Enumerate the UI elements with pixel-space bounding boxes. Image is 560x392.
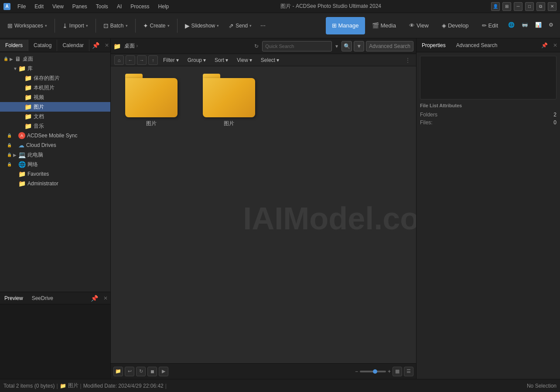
batch-btn[interactable]: ⊡ Batch ▾: [99, 18, 132, 34]
tab-seedrive[interactable]: SeeDrive: [27, 293, 58, 303]
create-btn[interactable]: ✦ Create ▾: [139, 18, 174, 34]
sync-icon: A: [18, 132, 25, 139]
sidebar-pin-icon[interactable]: 📌: [89, 40, 102, 51]
menu-view[interactable]: View: [51, 3, 65, 10]
tab-manage[interactable]: ⊞ Manage: [326, 17, 365, 34]
right-panel-pin-icon[interactable]: 📌: [539, 41, 550, 50]
menu-panes[interactable]: Panes: [71, 3, 89, 10]
tree-item-favorites[interactable]: ▶ 📁 Favorites: [0, 169, 110, 179]
tree-item-documents[interactable]: ▶ 📁 文档: [0, 112, 110, 121]
tree-item-saved-pics[interactable]: ▶ 📁 保存的图片: [0, 73, 110, 83]
tree-item-this-pc[interactable]: 🔒 ▶ 💻 此电脑: [0, 150, 110, 160]
lock-icon: 🔒: [7, 143, 12, 147]
tab-folders[interactable]: Folders: [0, 40, 28, 51]
group-dropdown-btn[interactable]: Group ▾: [184, 56, 209, 64]
menu-help[interactable]: Help: [157, 3, 171, 10]
user-icon-btn[interactable]: 👤: [491, 2, 500, 11]
zoom-minus-btn[interactable]: −: [355, 368, 358, 375]
search-filter-btn[interactable]: ▼: [354, 41, 364, 51]
toolbar-divider-2: [96, 19, 96, 33]
menu-ai[interactable]: AI: [115, 3, 123, 10]
tree-item-administrator[interactable]: ▶ 📁 Administrator: [0, 179, 110, 188]
file-item-2[interactable]: 图片: [192, 70, 266, 131]
maximize-btn[interactable]: □: [525, 2, 534, 11]
nav-up-btn[interactable]: ↑: [148, 55, 158, 65]
import-icon: ⤓: [62, 22, 68, 29]
nav-back-btn[interactable]: ←: [126, 55, 135, 65]
tree-item-cloud-drives[interactable]: 🔒 ▶ ☁ Cloud Drives: [0, 140, 110, 150]
filter-dropdown-btn[interactable]: Filter ▾: [160, 56, 182, 64]
right-panel-close-btn[interactable]: ✕: [550, 41, 560, 50]
tab-preview[interactable]: Preview: [0, 293, 27, 303]
select-dropdown-btn[interactable]: Select ▾: [257, 56, 283, 64]
more-btn[interactable]: ⋯: [257, 18, 269, 34]
location-label: 图片: [68, 382, 79, 389]
property-folders-row: Folders 2: [420, 111, 557, 119]
vr-btn[interactable]: 🥽: [519, 17, 531, 33]
minimize-btn[interactable]: ─: [514, 2, 522, 11]
media-icon: 🎬: [372, 22, 379, 29]
folders-key: Folders: [420, 112, 437, 118]
refresh-btn[interactable]: ↻: [253, 42, 260, 50]
send-icon: ⇗: [229, 22, 234, 29]
tree-item-pictures[interactable]: ▶ 📁 图片: [0, 102, 110, 112]
advanced-search-btn[interactable]: Advanced Search: [366, 41, 413, 51]
preview-pin-icon[interactable]: 📌: [88, 293, 101, 303]
tree-item-library[interactable]: ▼ 📁 库: [0, 64, 110, 73]
sidebar-close-btn[interactable]: ✕: [102, 41, 111, 50]
quick-search-box[interactable]: Quick Search: [262, 41, 332, 51]
preview-close-btn[interactable]: ✕: [101, 293, 110, 303]
bottom-play-btn[interactable]: ▶: [159, 367, 168, 376]
search-dropdown-btn[interactable]: ▾: [334, 42, 340, 50]
menu-edit[interactable]: Edit: [33, 3, 45, 10]
chart-btn[interactable]: 📊: [532, 17, 545, 33]
expand-panel-btn[interactable]: ⋮: [403, 55, 413, 65]
tree-item-video[interactable]: ▶ 📁 视频: [0, 92, 110, 102]
send-btn[interactable]: ⇗ Send ▾: [225, 18, 256, 34]
search-submit-btn[interactable]: 🔍: [341, 41, 352, 51]
menu-tools[interactable]: Tools: [94, 3, 110, 10]
tree-item-network[interactable]: 🔒 ▶ 🌐 网络: [0, 160, 110, 169]
nav-home-btn[interactable]: ⌂: [114, 55, 124, 65]
tab-calendar[interactable]: Calendar: [57, 40, 89, 51]
menu-file[interactable]: File: [16, 3, 27, 10]
tree-item-music[interactable]: ▶ 📁 音乐: [0, 121, 110, 131]
tab-properties[interactable]: Properties: [417, 40, 451, 51]
zoom-plus-btn[interactable]: +: [388, 368, 391, 375]
lock-icon: 🔒: [7, 153, 12, 157]
left-sidebar: Folders Catalog Calendar 📌 ✕ 🔒 ▶ 🖥 桌面 ▼ …: [0, 38, 111, 379]
right-panel-tabs: Properties Advanced Search 📌 ✕: [417, 38, 560, 52]
view-grid-btn[interactable]: ▦: [393, 367, 402, 376]
tab-catalog[interactable]: Catalog: [28, 40, 57, 51]
menu-process[interactable]: Process: [129, 3, 151, 10]
tree-item-desktop[interactable]: 🔒 ▶ 🖥 桌面: [0, 54, 110, 64]
folder-thumbnail: [203, 74, 255, 117]
sort-dropdown-btn[interactable]: Sort ▾: [211, 56, 232, 64]
bottom-undo-btn[interactable]: ↩: [125, 367, 134, 376]
slideshow-btn[interactable]: ▶ Slideshow ▾: [181, 18, 223, 34]
folder-icon: 📁: [113, 43, 121, 50]
tree-item-acdsee-sync[interactable]: 🔒 ▶ A ACDSee Mobile Sync: [0, 131, 110, 140]
zoom-slider[interactable]: [360, 371, 386, 372]
extra-modes-btn[interactable]: 🌐: [505, 17, 518, 33]
tab-media[interactable]: 🎬 Media: [366, 17, 402, 34]
tab-advanced-search[interactable]: Advanced Search: [451, 40, 503, 51]
bottom-refresh-btn[interactable]: ↻: [136, 367, 146, 376]
file-item-1[interactable]: 图片: [114, 70, 188, 131]
panels-btn[interactable]: ⊞: [502, 2, 511, 11]
bottom-stop-btn[interactable]: ⏹: [147, 367, 157, 376]
tab-develop[interactable]: ◈ Develop: [436, 17, 475, 34]
folder-tree: 🔒 ▶ 🖥 桌面 ▼ 📁 库 ▶ 📁 保存的图片 ▶: [0, 52, 110, 292]
import-btn[interactable]: ⤓ Import ▾: [58, 18, 92, 34]
close-btn[interactable]: ✕: [548, 2, 557, 11]
settings-btn[interactable]: ⚙: [546, 17, 557, 33]
tab-view[interactable]: 👁 View: [403, 17, 435, 34]
view-dropdown-btn[interactable]: View ▾: [233, 56, 256, 64]
bottom-folder-btn[interactable]: 📁: [113, 367, 123, 376]
tab-edit[interactable]: ✏ Edit: [476, 17, 504, 34]
view-list-btn[interactable]: ☰: [404, 367, 413, 376]
restore-btn[interactable]: ⧉: [536, 2, 545, 11]
workspaces-btn[interactable]: ⊞ Workspaces ▾: [3, 18, 51, 34]
nav-forward-btn[interactable]: →: [137, 55, 147, 65]
tree-item-local-photos[interactable]: ▶ 📁 本机照片: [0, 83, 110, 92]
